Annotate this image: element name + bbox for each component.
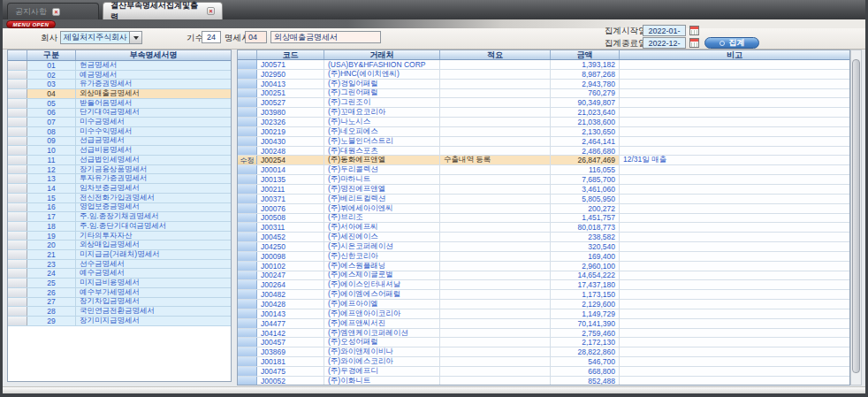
right-table-row[interactable]: J00508(주)브리조1,451,757: [238, 214, 849, 224]
right-table-row[interactable]: J00181(주)와이에스코리아546,700: [238, 357, 849, 367]
statement-name-cell: 전신전화가입권명세서: [76, 194, 231, 202]
statement-code-cell: 20: [27, 240, 76, 249]
left-table-row[interactable]: 15전신전화가입권명세서: [8, 194, 231, 203]
menu-open-button[interactable]: MENU OPEN: [6, 20, 56, 28]
left-table-row[interactable]: 08미수수익명세서: [8, 127, 231, 137]
client-name-cell: (주)마하니트: [324, 175, 440, 184]
left-table-row[interactable]: 14임차보증금명세서: [8, 184, 231, 194]
row-indicator: [8, 279, 27, 287]
right-table-row[interactable]: J00428(주)에프아이엘2,129,600: [238, 300, 849, 309]
right-table-row[interactable]: J04142(주)엠앤케이코퍼레이션2,759,460: [238, 329, 849, 339]
right-table-row[interactable]: J04477(주)에프앤씨서진70,141,390: [238, 319, 849, 329]
left-table-row[interactable]: 23선수금명세서: [8, 260, 231, 270]
statement-code-cell: 11: [27, 156, 76, 164]
right-table-row[interactable]: J00248(주)대원스포츠2,486,680: [238, 147, 849, 157]
right-table-row[interactable]: J00247(주)에스제이글로벌14,654,222: [238, 271, 849, 281]
row-indicator: [8, 99, 27, 108]
statement-code-input[interactable]: 04: [245, 31, 267, 43]
memo-cell: [440, 377, 551, 386]
amount-cell: 2,130,650: [551, 127, 620, 136]
right-table-row[interactable]: J03980(주)꼬매요코리아21,023,640: [238, 108, 849, 118]
left-table-row[interactable]: 09선급금명세서: [8, 137, 231, 147]
left-table-row[interactable]: 06단기대여금명세서: [8, 109, 231, 118]
right-table-row[interactable]: J03869(주)와이앤제이비나28,822,860: [238, 347, 849, 357]
end-date-input[interactable]: 2022-12-01: [643, 37, 686, 49]
end-date-label: 집계종료일: [605, 39, 647, 48]
scrollbar-thumb[interactable]: [852, 59, 860, 373]
left-table-row[interactable]: 03유가증권명세서: [8, 80, 231, 89]
note-cell: [620, 127, 849, 136]
period-input[interactable]: 24: [202, 31, 221, 43]
left-table-row[interactable]: 26예수부가세명세서: [8, 288, 231, 298]
right-table-row[interactable]: J00264(주)에이스인터내셔날17,437,180: [238, 280, 849, 290]
left-table-row[interactable]: 17주.임.종장기채권명세서: [8, 212, 231, 222]
right-table-row[interactable]: J00102(주)에스원플래닝2,960,100: [238, 262, 849, 271]
left-table-row[interactable]: 19기타의투자자산: [8, 232, 231, 241]
right-table-row[interactable]: J00482(주)에이엠에스어패럴1,173,150: [238, 290, 849, 300]
tab-close-icon[interactable]: ×: [52, 8, 60, 16]
left-table-row[interactable]: 21미지급금(거래처)명세서: [8, 250, 231, 260]
header-amount: 금액: [551, 50, 620, 59]
left-table-row[interactable]: 24예수금명세서: [8, 269, 231, 279]
left-table-row[interactable]: 18주.임.종단기대여금명세서: [8, 222, 231, 232]
left-table-row[interactable]: 25미지급비용명세서: [8, 279, 231, 288]
tab-statement-report[interactable]: 결산부속명세서집계및출력 ×: [103, 2, 223, 19]
aggregate-button[interactable]: 집계: [704, 37, 759, 49]
left-table-row[interactable]: 02예금명세서: [8, 71, 231, 80]
left-table-row[interactable]: 29장기미지급명세서: [8, 317, 231, 326]
tab-notice[interactable]: 공지사항 ×: [7, 3, 99, 19]
left-table-row[interactable]: 04외상매출금명세서: [8, 89, 231, 99]
right-table-row[interactable]: J00413(주)경일어패럴2,943,780: [238, 80, 849, 89]
amount-cell: 1,451,757: [551, 214, 620, 223]
statement-code-cell: 06: [27, 109, 76, 118]
left-table-row[interactable]: 11선급법인세명세서: [8, 156, 231, 165]
right-table-row[interactable]: J00311(주)서아에프씨80,018,773: [238, 223, 849, 233]
left-table-row[interactable]: 01현금명세서: [8, 61, 231, 71]
left-table-row[interactable]: 10선급비용명세서: [8, 146, 231, 156]
right-table-row[interactable]: J00457(주)오성어패럴2,172,130: [238, 338, 849, 347]
calendar-icon[interactable]: [689, 38, 699, 48]
right-table-row[interactable]: J00052(주)이화니트852,488: [238, 377, 849, 386]
memo-cell: [440, 329, 551, 338]
right-table-row[interactable]: J00098(주)신한코리아169,400: [238, 252, 849, 262]
left-table-row[interactable]: 27장기차입금명세서: [8, 298, 231, 308]
right-table-row[interactable]: 수정J00254(주)동화에프앤엘수출내역 등록26,847,46912/31일…: [238, 156, 849, 165]
start-date-input[interactable]: 2022-01-01: [643, 25, 686, 36]
note-cell: [620, 118, 849, 126]
left-table-row[interactable]: 28국민연금전환금명세서: [8, 307, 231, 317]
tab-close-icon[interactable]: ×: [207, 7, 215, 15]
right-table-row[interactable]: J00219(주)네오피에스2,130,650: [238, 127, 849, 137]
client-name-cell: (주)세진에이스: [324, 233, 440, 241]
right-table-row[interactable]: J00452(주)세진에이스238,582: [238, 233, 849, 242]
vertical-scrollbar[interactable]: [850, 50, 862, 386]
calendar-icon[interactable]: [689, 26, 699, 35]
right-table-row[interactable]: J00251(주)그린어패럴760,279: [238, 89, 849, 99]
statement-code-cell: 24: [27, 269, 76, 278]
left-table-row[interactable]: 16영업보증금명세서: [8, 203, 231, 213]
right-table-row[interactable]: J02326(주)나노시스21,038,600: [238, 118, 849, 127]
right-table-row[interactable]: J00014(주)두리콜렉션116,055: [238, 165, 849, 175]
row-flag-cell: [238, 60, 257, 69]
right-table-row[interactable]: J04250(주)시온코퍼레이션320,540: [238, 242, 849, 252]
right-table-row[interactable]: J00143(주)에프앤아이코리아1,149,729: [238, 309, 849, 319]
right-table-row[interactable]: J00076(주)뷔에세아이엔씨200,272: [238, 204, 849, 214]
right-table-row[interactable]: J00135(주)마하니트7,685,700: [238, 175, 849, 185]
right-table-row[interactable]: J02950(주)HNC(에이치엔씨)8,987,268: [238, 70, 849, 80]
chevron-down-icon[interactable]: [129, 32, 141, 43]
statement-name-input[interactable]: 외상매출금명세서: [270, 31, 381, 43]
left-table-row[interactable]: 07미수금명세서: [8, 118, 231, 127]
right-table-row[interactable]: J00371(주)베리트컬렉션5,805,950: [238, 195, 849, 204]
company-select[interactable]: 제일처지주식회사: [60, 31, 142, 44]
left-table-row[interactable]: 05받을어음명세서: [8, 99, 231, 109]
right-table-row[interactable]: J00527(주)그린조이90,349,807: [238, 98, 849, 108]
right-table-row[interactable]: J00211(주)명진에프앤엘3,461,060: [238, 185, 849, 195]
client-code-cell: J00254: [257, 156, 324, 164]
header-note: 비고: [620, 50, 849, 59]
right-table-row[interactable]: J00475(주)우경에프디668,800: [238, 367, 849, 377]
left-table-row[interactable]: 12장기금융상품명세서: [8, 165, 231, 175]
left-table-row[interactable]: 20외상매입금명세서: [8, 240, 231, 250]
right-table-row[interactable]: J00571(USA)BY&HFASHION CORP1,393,182: [238, 60, 849, 70]
left-table-row[interactable]: 13투자유가증권명세서: [8, 174, 231, 184]
note-cell: [620, 271, 849, 280]
right-table-row[interactable]: J00430(주)노블인더스트리2,464,141: [238, 137, 849, 147]
